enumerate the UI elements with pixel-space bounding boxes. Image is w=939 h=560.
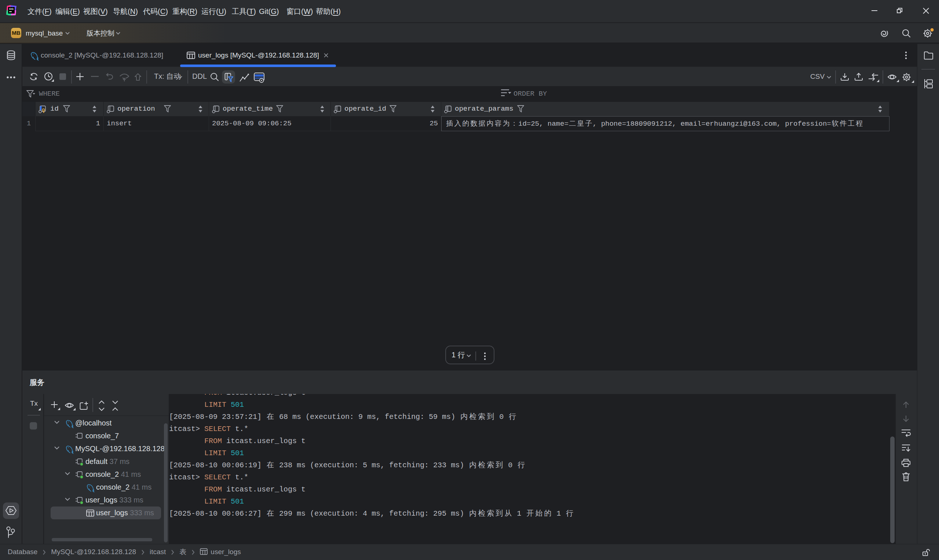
svg-text:DG: DG xyxy=(9,7,14,11)
